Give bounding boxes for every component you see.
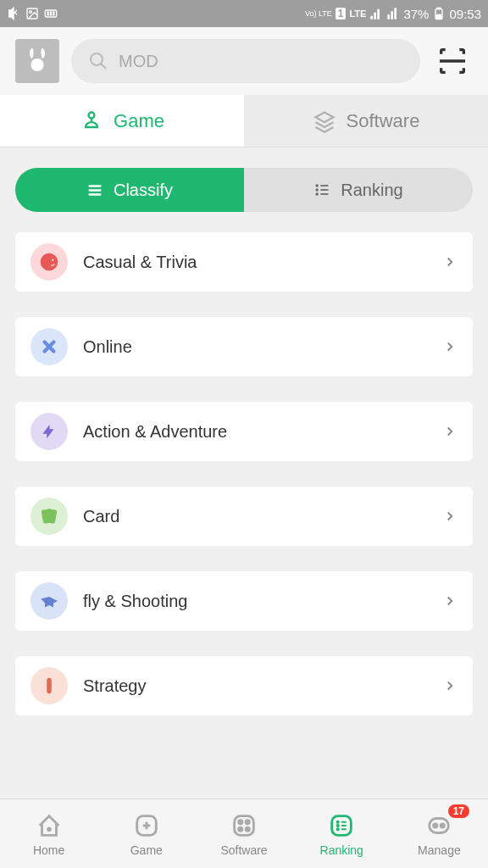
svg-point-7: [50, 14, 51, 15]
layers-icon: [313, 109, 336, 133]
lte-indicator: LTE: [349, 8, 366, 19]
nav-home[interactable]: Home: [0, 799, 97, 868]
chevron-right-icon: [442, 254, 458, 270]
svg-point-33: [245, 826, 250, 832]
tab-game[interactable]: Game: [0, 95, 244, 147]
category-list: Casual & Trivia Online Action & Adventur…: [0, 232, 488, 715]
search-icon: [88, 51, 108, 71]
svg-point-40: [441, 823, 446, 828]
svg-rect-26: [46, 509, 57, 524]
chevron-right-icon: [442, 509, 458, 524]
status-bar: Vo) LTE 1 LTE 37% 09:53: [0, 0, 488, 27]
chevron-right-icon: [442, 424, 458, 439]
svg-rect-11: [437, 14, 441, 18]
nav-icon: [230, 811, 258, 840]
svg-point-6: [47, 14, 48, 15]
svg-point-3: [47, 12, 48, 13]
nav-icon: [132, 811, 161, 840]
svg-rect-20: [321, 189, 329, 191]
category-item[interactable]: Action & Adventure: [15, 402, 473, 461]
status-right: Vo) LTE 1 LTE 37% 09:53: [305, 7, 481, 21]
chevron-right-icon: [442, 593, 458, 609]
svg-rect-22: [321, 193, 329, 195]
category-icon: [30, 413, 68, 450]
nav-label: Software: [220, 843, 267, 857]
category-label: Online: [83, 337, 427, 357]
keyboard-icon: [44, 7, 58, 20]
nav-label: Manage: [418, 843, 461, 857]
nav-manage[interactable]: Manage 17: [391, 799, 488, 868]
category-icon: [30, 328, 68, 365]
signal-icon-2: [386, 7, 400, 20]
svg-point-31: [245, 819, 250, 824]
category-icon: [30, 582, 68, 620]
tab-game-label: Game: [114, 110, 164, 132]
sim-indicator: 1: [336, 8, 347, 19]
rabbit-icon: [22, 46, 53, 76]
tab-software-label: Software: [347, 110, 420, 132]
gamepad-icon: [80, 109, 103, 133]
svg-rect-18: [321, 185, 329, 186]
svg-rect-10: [437, 8, 441, 8]
category-label: fly & Shooting: [83, 592, 427, 611]
sub-tabs: Classify Ranking: [0, 147, 488, 232]
category-item[interactable]: Strategy: [15, 656, 473, 715]
nav-game[interactable]: Game: [97, 799, 195, 868]
nav-badge: 17: [448, 804, 469, 818]
clock-text: 09:53: [449, 7, 481, 21]
chevron-right-icon: [442, 678, 458, 693]
app-logo[interactable]: [15, 39, 59, 83]
nav-icon: [35, 811, 64, 840]
subtab-ranking-label: Ranking: [341, 181, 402, 200]
svg-point-30: [238, 819, 243, 824]
scan-button[interactable]: [432, 41, 473, 81]
muted-icon: [7, 7, 20, 20]
main-tabs: Game Software: [0, 95, 488, 147]
category-label: Action & Adventure: [83, 422, 427, 442]
tab-software[interactable]: Software: [244, 95, 488, 147]
bottom-nav: Home Game Software Ranking Manage 17: [0, 798, 488, 868]
svg-point-37: [337, 827, 340, 830]
svg-point-4: [50, 12, 51, 13]
category-item[interactable]: Card: [15, 487, 473, 546]
svg-rect-15: [88, 189, 101, 192]
svg-point-13: [89, 112, 95, 118]
category-icon: [30, 243, 68, 281]
svg-point-21: [316, 192, 319, 195]
category-item[interactable]: Online: [15, 317, 473, 376]
category-label: Strategy: [83, 676, 427, 696]
scan-icon: [435, 44, 469, 78]
header: MOD: [0, 27, 488, 95]
category-item[interactable]: Casual & Trivia: [15, 232, 473, 292]
svg-point-23: [41, 253, 58, 270]
nav-ranking[interactable]: Ranking: [293, 799, 391, 868]
nav-icon: [327, 811, 356, 840]
svg-point-24: [52, 259, 54, 261]
svg-point-35: [337, 821, 340, 823]
search-input[interactable]: MOD: [71, 39, 420, 83]
svg-point-36: [337, 824, 340, 826]
category-icon: [30, 498, 68, 535]
category-item[interactable]: fly & Shooting: [15, 571, 473, 631]
chevron-right-icon: [442, 339, 458, 354]
nav-software[interactable]: Software: [195, 799, 292, 868]
volte-indicator: Vo) LTE: [305, 10, 332, 18]
svg-point-17: [316, 184, 319, 186]
nav-label: Ranking: [320, 843, 363, 857]
subtab-classify[interactable]: Classify: [15, 168, 244, 212]
svg-point-1: [30, 11, 32, 14]
nav-label: Game: [130, 843, 163, 857]
nav-label: Home: [33, 843, 64, 857]
svg-point-8: [53, 14, 54, 15]
svg-rect-38: [430, 818, 449, 832]
svg-point-12: [91, 53, 103, 65]
category-icon: [30, 667, 68, 704]
svg-rect-16: [88, 193, 101, 196]
list-icon: [313, 181, 330, 198]
battery-text: 37%: [403, 7, 429, 21]
classify-icon: [86, 181, 103, 198]
subtab-ranking[interactable]: Ranking: [244, 168, 473, 212]
svg-point-39: [433, 823, 438, 828]
category-label: Card: [83, 507, 427, 526]
image-icon: [25, 7, 39, 20]
